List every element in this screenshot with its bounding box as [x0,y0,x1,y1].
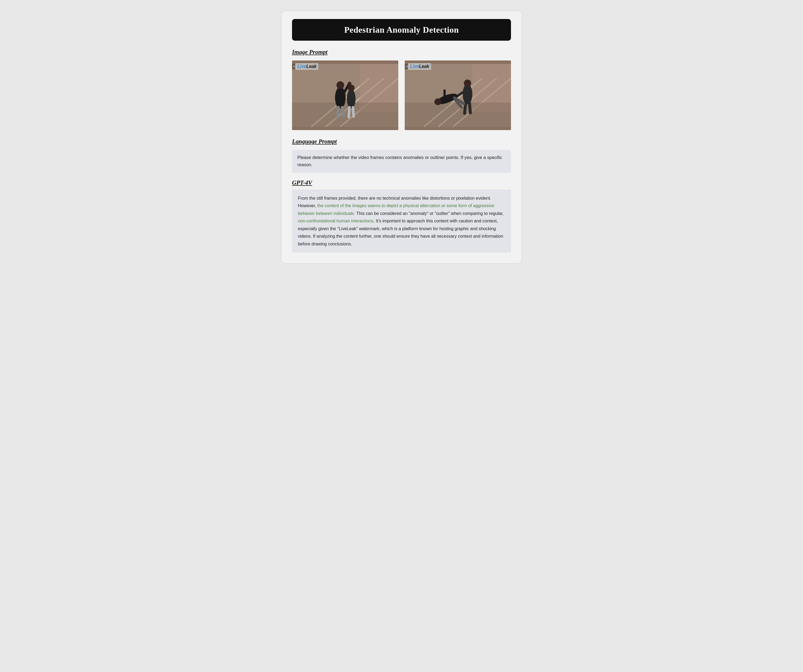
gpt-label: GPT-4V [292,179,511,186]
svg-rect-18 [292,64,398,127]
gpt-response-part3: This can be considered an "anomaly" or "… [355,211,504,216]
main-card: Pedestrian Anomaly Detection Image Promp… [281,11,522,264]
images-row: HOST:CCTV01 LiveLeak [292,60,511,130]
title-banner: Pedestrian Anomaly Detection [292,19,511,41]
language-prompt-label: Language Prompt [292,138,511,145]
page-title: Pedestrian Anomaly Detection [303,25,500,35]
surveillance-image-2: HOST:CCTV01 LiveLeak [405,60,511,130]
language-prompt-box: Please determine whether the video frame… [292,150,511,173]
watermark-1: LiveLeak [295,63,319,70]
surveillance-image-1: HOST:CCTV01 LiveLeak [292,60,398,130]
gpt-section: GPT-4V From the still frames provided, t… [292,179,511,253]
image-prompt-label: Image Prompt [292,49,511,56]
svg-rect-38 [405,64,511,127]
image-prompt-section: Image Prompt [292,49,511,130]
language-prompt-section: Language Prompt Please determine whether… [292,138,511,173]
liveleak-logo-1: LiveLeak [295,63,319,70]
liveleak-logo-2: LiveLeak [408,63,431,70]
watermark-2: LiveLeak [408,63,431,70]
gpt-response-box: From the still frames provided, there ar… [292,190,511,253]
gpt-response-part4-green: non-confrontational human interactions [298,218,373,223]
